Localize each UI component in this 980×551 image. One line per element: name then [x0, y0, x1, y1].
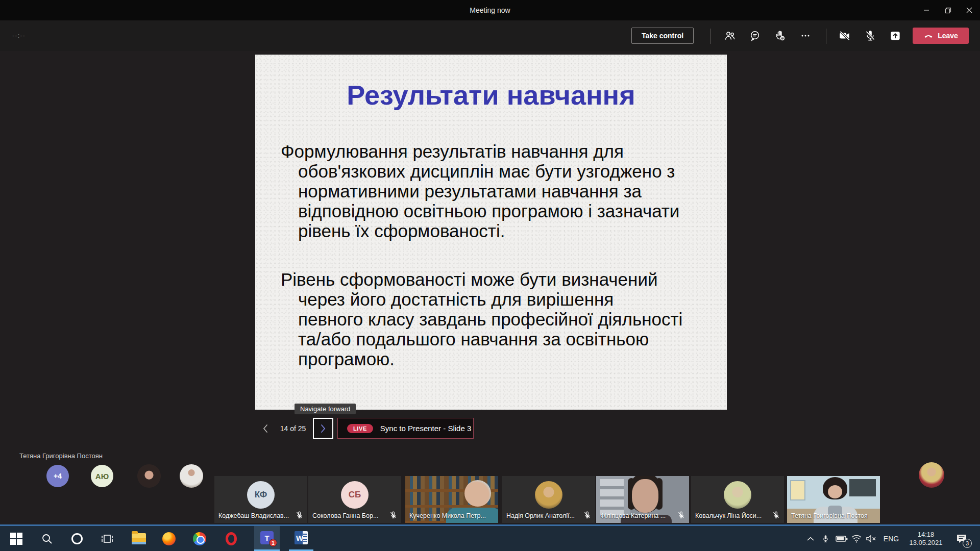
participant-name: Ковальчук Ліна Йоси...: [695, 512, 762, 519]
close-button[interactable]: [959, 0, 980, 20]
tray-mic-indicator[interactable]: [818, 526, 833, 551]
participant-photo-avatar[interactable]: [137, 464, 161, 488]
participant-tile[interactable]: КФ Коджебаш Владислав...: [214, 476, 307, 523]
battery-icon: [836, 535, 848, 542]
mic-muted-icon: [295, 511, 304, 519]
opera-button[interactable]: [219, 526, 243, 551]
share-tray-icon: [889, 29, 902, 42]
close-icon: [966, 7, 972, 13]
slide-text-line: нормативними результатами навчання за: [298, 181, 709, 201]
file-explorer-button[interactable]: [127, 526, 151, 551]
restore-icon: [945, 7, 951, 14]
tray-battery-indicator[interactable]: [834, 526, 850, 551]
slide-text-line: певного класу завдань професійної діяльн…: [298, 309, 709, 329]
chat-button[interactable]: [746, 27, 764, 45]
sync-label: Sync to Presenter - Slide 3: [380, 424, 471, 433]
participant-tile[interactable]: СБ Соколова Ганна Бор...: [308, 476, 401, 523]
restore-button[interactable]: [937, 0, 959, 20]
time: 14:18: [918, 531, 935, 539]
take-control-button[interactable]: Take control: [631, 28, 694, 44]
chevron-up-icon: [806, 536, 815, 541]
participant-tile-video[interactable]: Тетяна Григорівна Постоян: [787, 476, 880, 523]
participant-tile[interactable]: Ковальчук Ліна Йоси...: [691, 476, 784, 523]
word-letter: W: [296, 534, 303, 542]
video-person: [464, 480, 491, 507]
meeting-timer: --:--: [12, 32, 26, 39]
teams-icon: T 1: [260, 531, 274, 544]
live-badge: LIVE: [347, 424, 373, 433]
participant-name: Соколова Ганна Бор...: [312, 512, 378, 519]
tray-wifi-indicator[interactable]: [849, 526, 864, 551]
video-person: [828, 485, 842, 498]
slide-text-line: програмою.: [298, 349, 709, 369]
leave-label: Leave: [938, 32, 958, 40]
participant-initials-avatar[interactable]: АЮ: [91, 465, 113, 487]
participant-tile[interactable]: Надія Орлик Анатолії...: [502, 476, 595, 523]
file-explorer-icon: [132, 533, 146, 544]
participant-name: Тетяна Григорівна Постоян: [791, 512, 868, 519]
mic-off-button[interactable]: [861, 27, 879, 45]
language-indicator[interactable]: ENG: [881, 526, 901, 551]
video-background: [790, 480, 805, 500]
mic-muted-icon: [583, 511, 592, 519]
participant-initials: СБ: [341, 481, 369, 509]
leave-button[interactable]: Leave: [913, 28, 969, 44]
firefox-icon: [162, 532, 176, 545]
windows-logo-icon: [10, 533, 22, 545]
sync-to-presenter-button[interactable]: LIVE Sync to Presenter - Slide 3: [337, 418, 474, 439]
clock[interactable]: 14:18 13.05.2021: [903, 526, 948, 551]
overflow-participants-avatar[interactable]: +4: [46, 465, 69, 487]
teams-taskbar-button[interactable]: T 1: [254, 526, 280, 551]
mic-muted-icon: [389, 511, 398, 519]
participant-photo-avatar[interactable]: [919, 462, 944, 488]
window-title: Meeting now: [0, 0, 980, 20]
more-options-button[interactable]: [796, 27, 815, 45]
wifi-icon: [851, 534, 862, 543]
camera-off-button[interactable]: [836, 27, 854, 45]
video-background: [849, 479, 876, 496]
slide-text-line: та/або подальшого навчання за освітньою: [298, 329, 709, 349]
hangup-phone-icon: [923, 31, 934, 41]
action-center-button[interactable]: 3: [950, 526, 973, 551]
date: 13.05.2021: [909, 539, 942, 547]
ellipsis-icon: [799, 30, 812, 42]
cortana-button[interactable]: [65, 526, 89, 551]
participant-name: Філіпцова Катерина ...: [600, 512, 666, 519]
minimize-icon: [923, 7, 929, 13]
minimize-button[interactable]: [916, 0, 937, 20]
teams-letter: T: [264, 534, 269, 542]
share-button[interactable]: [886, 27, 904, 45]
participant-photo-avatar[interactable]: [180, 464, 203, 488]
participant-name: Кучеренко Микола Петр...: [409, 512, 486, 519]
navigate-forward-tooltip: Navigate forward: [295, 404, 356, 414]
teams-notification-badge: 1: [269, 539, 277, 547]
participant-name: Надія Орлик Анатолії...: [506, 512, 575, 519]
camera-off-icon: [838, 29, 851, 42]
firefox-button[interactable]: [157, 526, 181, 551]
tray-volume-muted[interactable]: [863, 526, 879, 551]
word-icon: W: [295, 531, 308, 544]
participant-initials: КФ: [247, 481, 275, 509]
mic-muted-icon: [677, 511, 685, 519]
start-button[interactable]: [4, 526, 29, 551]
slide-text-line: відповідною освітньою програмою і зазнач…: [298, 201, 709, 221]
raise-hand-icon: [774, 30, 786, 42]
participant-name: Коджебаш Владислав...: [218, 512, 289, 519]
navigate-back-button[interactable]: [258, 419, 273, 438]
chrome-button[interactable]: [187, 526, 212, 551]
word-taskbar-button[interactable]: W: [289, 526, 313, 551]
participants-button[interactable]: [721, 27, 739, 45]
raise-hand-button[interactable]: [771, 27, 789, 45]
taskbar-search-button[interactable]: [35, 526, 59, 551]
show-hidden-icons-button[interactable]: [802, 526, 819, 551]
video-background: [600, 479, 624, 515]
mic-off-icon: [864, 29, 877, 42]
speaker-muted-icon: [865, 534, 876, 543]
participant-tile-video[interactable]: Філіпцова Катерина ...: [596, 476, 689, 523]
participant-tile-video[interactable]: Кучеренко Микола Петр...: [405, 476, 498, 523]
presentation-stage: Результати навчання Формулювання результ…: [0, 51, 980, 524]
navigate-forward-button[interactable]: [313, 418, 333, 439]
task-view-button[interactable]: [95, 526, 119, 551]
slide-paragraph: Формулювання результатів навчання для об…: [281, 141, 709, 241]
task-view-icon: [101, 533, 114, 545]
